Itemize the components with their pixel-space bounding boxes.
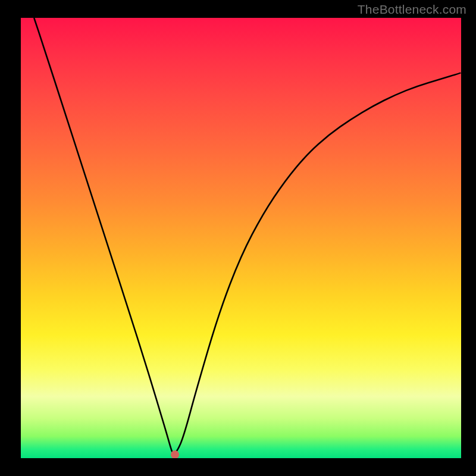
plot-area xyxy=(21,18,461,458)
curve-path xyxy=(34,18,461,453)
curve-svg xyxy=(21,18,461,458)
chart-frame: TheBottleneck.com xyxy=(0,0,476,476)
marker-dot xyxy=(171,450,179,458)
watermark-text: TheBottleneck.com xyxy=(358,2,466,17)
